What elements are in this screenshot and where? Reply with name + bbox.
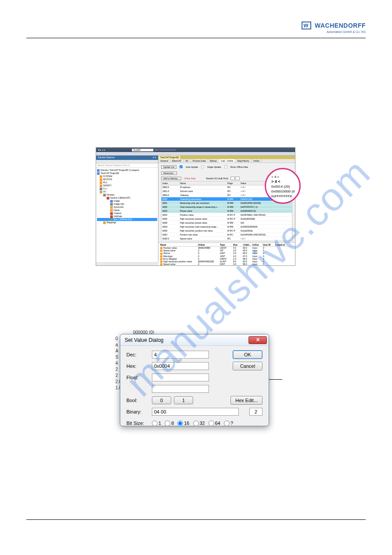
tree-node[interactable]: PLC	[97, 181, 157, 184]
tree-node[interactable]: SAFETY	[97, 184, 157, 187]
bitsize-option[interactable]: 16	[177, 421, 189, 426]
table-row[interactable]: 6004Position valueM RO P0x03F50E6 (-4467…	[162, 213, 292, 217]
cell: Position raw value	[179, 233, 227, 236]
float2-input[interactable]	[152, 385, 209, 393]
close-icon[interactable]: ✕	[248, 336, 267, 344]
document-tabs[interactable]: TwinCAT Project30	[158, 156, 295, 159]
bitsize-option[interactable]: 64	[209, 421, 220, 426]
tree-icon	[100, 185, 102, 187]
tree-node[interactable]: Image	[97, 200, 157, 203]
bitsize-option[interactable]: 1	[152, 421, 161, 426]
show-offline-checkbox[interactable]	[224, 165, 227, 168]
tree-node[interactable]: Box 1 (WDGA-EC)	[97, 218, 157, 221]
cell: RO	[227, 237, 240, 240]
tree-node[interactable]: Devices	[97, 193, 157, 196]
table-row[interactable]: 6001Measuring units per revolutionM RW0x…	[162, 201, 292, 205]
hex-edit-button[interactable]: Hex Edit...	[230, 396, 263, 405]
tree-node[interactable]: MOTION	[97, 178, 157, 181]
bitsize-radio[interactable]	[152, 421, 158, 426]
update-list-button[interactable]: Update List	[161, 165, 176, 169]
cell: M RW	[227, 225, 240, 229]
tree-icon	[100, 181, 102, 184]
cell: Subnet mask	[179, 189, 227, 193]
table-row[interactable]: 6030:0Speed valueRO> 1 <	[162, 237, 292, 241]
float-input[interactable]	[152, 374, 209, 381]
logo-brand: WACHENDORFF	[315, 22, 366, 29]
tree-node[interactable]: Outputs	[97, 212, 157, 215]
tree-node[interactable]: Inputs	[97, 209, 157, 212]
bitsize-radio[interactable]	[193, 421, 199, 426]
target-combo[interactable]	[132, 149, 154, 152]
tree-icon	[100, 175, 102, 178]
panel-controls[interactable]: ▾ ✕	[153, 156, 156, 160]
property-tab[interactable]: CoE - Online	[219, 159, 236, 163]
tree-icon	[110, 206, 113, 209]
cell: 6004	[162, 213, 179, 217]
bitsize-radio[interactable]	[209, 421, 214, 426]
dec-input[interactable]	[152, 351, 209, 359]
cell: Total measuring range in measuring u...	[179, 205, 227, 209]
app-titlebar: ⚙ ▸ ▸ ▸ ▾ ▪ ▪ ▪ ▪ ▪ ▪ ▪ ▪ ▪ ▪ ▪ ▪ ▪ ▪	[96, 148, 295, 152]
cell: IP address	[179, 185, 227, 189]
advanced-button[interactable]: Advanced...	[161, 171, 177, 175]
property-tab[interactable]: Online	[252, 159, 262, 163]
bitsize-radio[interactable]	[177, 421, 183, 426]
tree-node[interactable]: Solution 'TwinCAT Project30' (1 project)	[97, 169, 157, 172]
tree-icon	[110, 218, 113, 221]
property-tabs[interactable]: GeneralEtherCATDCProcess DataStartupCoE …	[158, 159, 295, 163]
property-tab[interactable]: Diag History	[235, 159, 251, 163]
tree-node[interactable]: C++	[97, 187, 157, 190]
cancel-button[interactable]: Cancel	[233, 362, 263, 370]
document-tab[interactable]: TwinCAT Project30	[158, 156, 181, 159]
bitsize-radio[interactable]	[224, 421, 230, 426]
bitsize-radios[interactable]: 18163264?	[152, 421, 233, 426]
property-tab[interactable]: General	[158, 159, 170, 163]
row-icon	[160, 263, 162, 265]
table-row[interactable]: 6008High resolution preset valueM RW0x0	[162, 221, 292, 225]
property-tab[interactable]: Startup	[208, 159, 219, 163]
cell: 0x400000000000	[240, 225, 275, 229]
tree-node[interactable]: InfoData	[97, 215, 157, 218]
bitsize-option[interactable]: 8	[165, 421, 174, 426]
property-tab[interactable]: DC	[183, 159, 191, 163]
solution-explorer-search[interactable]: Search Solution Explorer (Ctrl+ü)	[96, 163, 158, 168]
tree-node[interactable]: SyncUnits	[97, 206, 157, 209]
cell: > 1 <	[240, 237, 275, 240]
tree-node[interactable]: TwinCAT Project30	[97, 172, 157, 175]
bool-1-button[interactable]: 1	[174, 396, 193, 404]
single-update-label: Single Update	[207, 166, 221, 168]
auto-update-checkbox[interactable]	[180, 165, 183, 168]
brand-logo: WACHENDORFF Automation GmbH & Co. KG	[302, 21, 366, 33]
binary-input[interactable]	[152, 408, 239, 416]
cell: 0xFFFFFFFF (-1)	[240, 205, 275, 209]
property-tab[interactable]: EtherCAT	[170, 159, 184, 163]
table-row[interactable]: 6003Preset valueM RW0x00000000 (0)	[162, 209, 292, 213]
property-tab[interactable]: Process Data	[191, 159, 208, 163]
bitsize-option[interactable]: 32	[193, 421, 205, 426]
dialog-titlebar[interactable]: Set Value Dialog ✕	[120, 334, 269, 346]
cell: 6030:0	[162, 237, 179, 240]
single-update-checkbox[interactable]	[201, 165, 204, 168]
tree-node[interactable]: Image-Info	[97, 203, 157, 206]
cell: M RO P	[227, 217, 240, 221]
solution-tree[interactable]: Solution 'TwinCAT Project30' (1 project)…	[96, 168, 158, 262]
tree-node[interactable]: Mappings	[97, 221, 157, 224]
ok-button[interactable]: OK	[233, 350, 263, 359]
bitsize-option[interactable]: ?	[224, 421, 233, 426]
tree-node[interactable]: Device 2 (EtherCAT)	[97, 196, 157, 200]
tree-node[interactable]: SYSTEM	[97, 175, 157, 178]
bool-0-button[interactable]: 0	[152, 396, 171, 404]
table-row[interactable]: 6005High resolution preset valueM RO P0x…	[162, 217, 292, 221]
tree-icon	[107, 197, 109, 200]
col: Type	[220, 243, 233, 246]
tree-node[interactable]: I/O	[97, 190, 157, 193]
hex-input[interactable]	[152, 362, 209, 370]
col: User ID	[263, 243, 275, 246]
table-row[interactable]: Speed value0DINT3.058.0Input0	[160, 263, 293, 265]
table-row[interactable]: 600AHigh resolution total measuring rang…	[162, 225, 292, 229]
bitsize-radio[interactable]	[165, 421, 170, 426]
table-row[interactable]: 6002Total measuring range in measuring u…	[162, 205, 292, 209]
add-to-startup-button[interactable]: Add to Startup...	[161, 177, 181, 180]
table-row[interactable]: 600CPosition raw valueM RO0x14400394 (44…	[162, 233, 292, 237]
table-row[interactable]: 6009High resolution position raw valueM …	[162, 229, 292, 233]
